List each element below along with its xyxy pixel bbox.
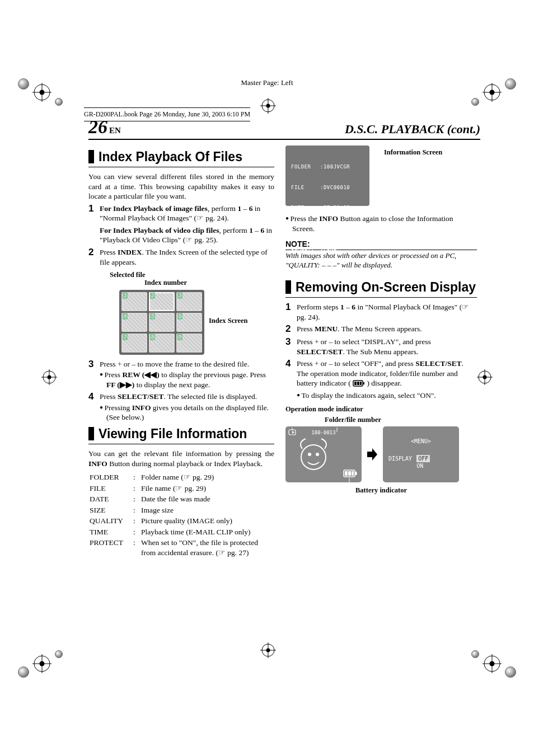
page-lang: EN — [109, 126, 121, 135]
step-3: 3 Press + or – to move the frame to the … — [88, 359, 274, 390]
step-number: 1 — [88, 204, 100, 245]
registration-dot — [505, 666, 516, 678]
callout-selected-file: Selected file — [110, 270, 146, 279]
step-2: 2 Press INDEX. The Index Screen of the s… — [88, 247, 274, 267]
running-header-text: GR-D200PAL.book Page 26 Monday, June 30,… — [84, 110, 250, 118]
section-intro: You can view several different files sto… — [88, 172, 274, 201]
step-number: 3 — [88, 359, 100, 390]
step-lead: For Index Playback of video clip files — [100, 226, 219, 234]
step-lead: For Index Playback of image files — [100, 204, 208, 213]
callout-index-number: Index number — [144, 278, 187, 287]
step-number: 3 — [285, 337, 297, 356]
page-section-title: D.S.C. PLAYBACK (cont.) — [345, 122, 480, 137]
svg-point-7 — [490, 90, 495, 95]
step-number: 4 — [88, 392, 100, 422]
step-3: 3 Press + or – to select "DISPLAY", and … — [285, 337, 477, 356]
step-4: 4 Press + or – to select "OFF", and pres… — [285, 359, 477, 400]
callout-battery-indicator: Battery indicator — [285, 486, 477, 495]
svg-rect-35 — [357, 382, 359, 385]
svg-rect-45 — [352, 471, 354, 476]
step-4: 4 Press SELECT/SET. The selected file is… — [88, 392, 274, 422]
master-page-label: Master Page: Left — [0, 78, 534, 87]
section-intro: You can get the relevant file informatio… — [88, 449, 274, 468]
svg-point-11 — [40, 661, 45, 666]
section-heading-index-playback: Index Playback Of Files — [88, 150, 274, 163]
menu-off-option: OFF — [416, 455, 430, 462]
crop-mark — [483, 654, 502, 673]
page-number-value: 26 — [88, 116, 107, 137]
svg-rect-36 — [360, 382, 362, 385]
page-number: 26EN — [88, 118, 121, 137]
svg-point-31 — [483, 375, 487, 379]
file-info-table: FOLDER:Folder name (☞ pg. 29) FILE:File … — [88, 472, 274, 558]
svg-point-3 — [40, 90, 45, 95]
information-screen-box: FOLDER:100JVCGR FILE:DVC00010 DATE:27.10… — [285, 145, 369, 206]
step-number: 2 — [285, 324, 297, 335]
index-screen-figure: Selected file Index number 1 2 3 4 5 6 — [94, 270, 274, 355]
column-right: FOLDER:100JVCGR FILE:DVC00010 DATE:27.10… — [285, 145, 477, 558]
step-sub: Pressing INFO gives you details on the d… — [106, 403, 274, 422]
step-number: 2 — [88, 247, 100, 267]
menu-preview: <MENU> DISPLAY OFF ON — [383, 426, 459, 482]
step-number: 4 — [285, 359, 297, 400]
callout-index-screen: Index Screen — [209, 317, 248, 325]
page-header: 26EN D.S.C. PLAYBACK (cont.) — [88, 118, 480, 140]
registration-dot — [471, 98, 479, 106]
registration-dot — [471, 650, 479, 658]
svg-point-15 — [490, 661, 495, 666]
step-sub: Press REW (◀◀) to display the previous p… — [106, 370, 274, 389]
arrow-right-icon — [366, 447, 378, 462]
operation-mode-figure: Operation mode indicator Folder/file num… — [285, 405, 477, 495]
svg-point-39 — [308, 453, 311, 456]
svg-rect-33 — [363, 382, 365, 384]
svg-rect-44 — [348, 471, 351, 476]
page: Master Page: Left GR-D200PAL.book Page 2… — [0, 0, 534, 756]
svg-point-27 — [48, 375, 51, 379]
section-heading-removing-osd: Removing On-Screen Display — [285, 280, 477, 294]
menu-on-option: ON — [416, 463, 423, 469]
step-1: 1 For Index Playback of image files, per… — [88, 204, 274, 245]
svg-rect-34 — [354, 382, 357, 385]
menu-display-label: DISPLAY — [388, 455, 412, 469]
svg-point-38 — [301, 445, 326, 469]
svg-point-19 — [266, 104, 270, 108]
callout-folder-file-number: Folder/file number — [325, 415, 477, 424]
information-screen-figure: FOLDER:100JVCGR FILE:DVC00010 DATE:27.10… — [285, 145, 477, 206]
lcd-preview: 100-0013 — [285, 426, 362, 482]
section-heading-viewing-file-info: Viewing File Information — [88, 427, 274, 440]
crop-mark — [260, 98, 276, 114]
svg-rect-42 — [355, 472, 357, 475]
note-body: With images shot with other devices or p… — [285, 251, 477, 270]
step-1: 1 Perform steps 1 – 6 in "Normal Playbac… — [285, 302, 477, 322]
crop-mark — [32, 654, 51, 673]
registration-dot — [18, 666, 29, 678]
step-2: 2 Press MENU. The Menu Screen appears. — [285, 324, 477, 335]
registration-dot — [55, 650, 63, 658]
step-sub: To display the indicators again, select … — [303, 391, 477, 401]
callout-information-screen: Information Screen — [384, 148, 442, 157]
battery-icon — [353, 379, 365, 389]
crop-mark — [260, 642, 276, 658]
lcd-folder-number: 100-0013 — [311, 430, 335, 435]
svg-point-40 — [316, 453, 319, 456]
index-thumbnail-grid: 1 2 3 4 5 6 7 8 9 — [119, 290, 204, 355]
column-left: Index Playback Of Files You can view sev… — [88, 145, 274, 558]
callout-operation-mode: Operation mode indicator — [285, 405, 477, 414]
svg-point-23 — [266, 649, 270, 652]
registration-dot — [55, 98, 63, 106]
crop-mark — [41, 369, 57, 385]
svg-rect-43 — [345, 471, 348, 476]
step-number: 1 — [285, 302, 297, 322]
